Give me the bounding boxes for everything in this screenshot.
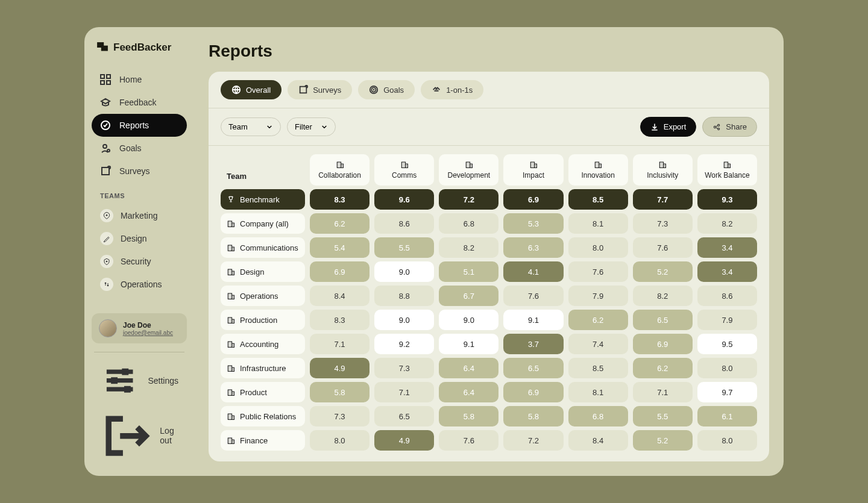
team-item-security[interactable]: Security (92, 250, 187, 273)
tabs-bar: OverallSurveysGoals1-on-1s (209, 72, 769, 108)
logout-link[interactable]: Log out (92, 405, 187, 466)
data-cell: 6.2 (568, 310, 628, 330)
row-label[interactable]: Communications (221, 237, 305, 258)
data-cell: 9.7 (697, 382, 757, 402)
user-info: Joe Doe joedoe@email.abc (123, 321, 173, 336)
tab-surveys[interactable]: Surveys (288, 80, 352, 99)
nav-item-reports[interactable]: Reports (92, 114, 187, 137)
table-row: Product5.87.16.46.98.17.19.7 (221, 382, 757, 402)
data-cell: 5.8 (439, 406, 498, 426)
data-cell: 4.9 (374, 430, 434, 451)
team-select[interactable]: Team (221, 117, 281, 136)
row-label[interactable]: Finance (221, 430, 305, 451)
logout-icon (100, 410, 151, 461)
data-cell: 6.9 (503, 382, 563, 402)
column-header: Work Balance (697, 154, 757, 186)
teams-section-label: TEAMS (92, 183, 187, 204)
building-icon (227, 316, 235, 324)
surveys-icon (298, 85, 308, 95)
building-icon (227, 219, 235, 228)
tab-oneonones[interactable]: 1-on-1s (421, 80, 483, 99)
building-icon (227, 340, 235, 348)
nav-item-surveys[interactable]: Surveys (92, 160, 187, 183)
building-icon (227, 364, 235, 372)
team-item-operations[interactable]: Operations (92, 273, 187, 296)
tab-overall[interactable]: Overall (221, 80, 281, 99)
app-window: FeedBacker HomeFeedbackReportsGoalsSurve… (84, 27, 784, 476)
operations-icon (100, 278, 113, 291)
table-row-benchmark: Benchmark8.39.67.26.98.57.79.3 (221, 189, 757, 210)
table-row: Public Relations7.36.55.85.86.85.56.1 (221, 406, 757, 426)
data-cell: 9.1 (503, 310, 563, 330)
data-cell: 5.5 (374, 237, 434, 258)
table-row: Infrastructure4.97.36.46.58.56.28.0 (221, 358, 757, 378)
data-cell: 6.5 (374, 406, 434, 426)
page-title: Reports (209, 42, 769, 61)
chevron-down-icon (321, 123, 328, 131)
data-cell: 7.6 (503, 286, 563, 306)
row-label[interactable]: Design (221, 261, 305, 282)
data-cell: 7.9 (568, 286, 628, 306)
data-cell: 4.1 (503, 261, 563, 282)
data-cell: 9.1 (439, 334, 498, 354)
team-item-design[interactable]: Design (92, 227, 187, 250)
row-label[interactable]: Product (221, 382, 305, 402)
building-icon (529, 160, 538, 169)
data-cell: 8.3 (310, 310, 370, 330)
benchmark-cell: 8.3 (310, 189, 370, 210)
tab-goals[interactable]: Goals (358, 80, 415, 99)
report-table-wrap: TeamCollaborationCommsDevelopmentImpactI… (209, 146, 769, 461)
data-cell: 3.7 (503, 334, 563, 354)
user-name: Joe Doe (123, 321, 173, 330)
benchmark-cell: 7.2 (439, 189, 498, 210)
nav-item-goals[interactable]: Goals (92, 137, 187, 160)
column-header: Development (439, 154, 498, 186)
row-label-benchmark: Benchmark (221, 189, 305, 210)
home-icon (100, 74, 111, 85)
benchmark-cell: 7.7 (633, 189, 693, 210)
data-cell: 9.0 (439, 310, 498, 330)
data-cell: 7.3 (310, 406, 370, 426)
row-label[interactable]: Accounting (221, 334, 305, 354)
data-cell: 7.1 (374, 382, 434, 402)
row-label[interactable]: Operations (221, 286, 305, 306)
settings-link[interactable]: Settings (92, 356, 187, 405)
data-cell: 7.1 (633, 382, 693, 402)
data-cell: 8.0 (568, 237, 628, 258)
user-card[interactable]: Joe Doe joedoe@email.abc (92, 313, 187, 343)
row-label[interactable]: Company (all) (221, 213, 305, 234)
row-label[interactable]: Infrastructure (221, 358, 305, 378)
reports-panel: OverallSurveysGoals1-on-1s Team Filter E… (209, 72, 769, 461)
filter-select[interactable]: Filter (287, 117, 336, 136)
column-header: Inclusivity (633, 154, 693, 186)
trophy-icon (227, 195, 235, 204)
row-label[interactable]: Production (221, 310, 305, 330)
export-button[interactable]: Export (640, 117, 697, 137)
data-cell: 7.2 (503, 430, 563, 451)
benchmark-cell: 9.3 (697, 189, 757, 210)
design-icon (100, 232, 113, 245)
goals-icon (369, 85, 379, 95)
building-icon (594, 160, 602, 169)
data-cell: 6.9 (633, 334, 693, 354)
share-button[interactable]: Share (702, 117, 757, 137)
table-row: Operations8.48.86.77.67.98.28.6 (221, 286, 757, 306)
table-row: Accounting7.19.29.13.77.46.99.5 (221, 334, 757, 354)
row-label[interactable]: Public Relations (221, 406, 305, 426)
data-cell: 9.0 (374, 261, 434, 282)
controls-bar: Team Filter Export Share (209, 108, 769, 146)
user-email[interactable]: joedoe@email.abc (123, 330, 173, 336)
chevron-down-icon (266, 123, 273, 131)
data-cell: 5.5 (633, 406, 693, 426)
nav-item-home[interactable]: Home (92, 68, 187, 91)
benchmark-cell: 8.5 (568, 189, 628, 210)
data-cell: 6.1 (697, 406, 757, 426)
data-cell: 5.4 (310, 237, 370, 258)
building-icon (227, 243, 235, 252)
nav-item-feedback[interactable]: Feedback (92, 91, 187, 114)
team-item-marketing[interactable]: Marketing (92, 204, 187, 227)
data-cell: 4.9 (310, 358, 370, 378)
data-cell: 6.4 (439, 358, 498, 378)
row-header-label: Team (221, 154, 305, 186)
data-cell: 8.1 (568, 382, 628, 402)
